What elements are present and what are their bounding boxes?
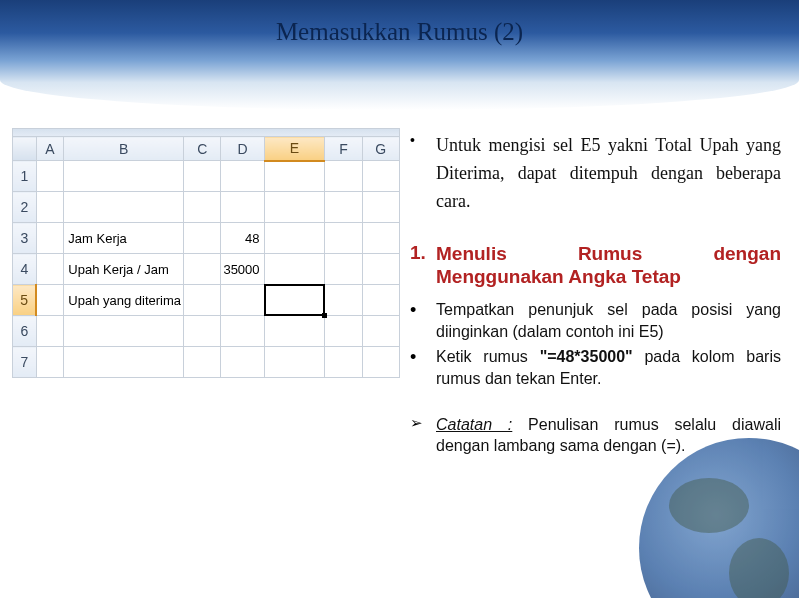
row-header-3[interactable]: 3	[13, 223, 37, 254]
cell-A6[interactable]	[36, 316, 64, 347]
row-header-6[interactable]: 6	[13, 316, 37, 347]
cell-C7[interactable]	[184, 347, 221, 378]
cell-E1[interactable]	[264, 161, 325, 192]
col-header-A[interactable]: A	[36, 137, 64, 161]
row-header-4[interactable]: 4	[13, 254, 37, 285]
cell-C5[interactable]	[184, 285, 221, 316]
col-header-D[interactable]: D	[221, 137, 264, 161]
step-2-a: Ketik rumus	[436, 348, 540, 365]
row-header-5[interactable]: 5	[13, 285, 37, 316]
cell-G6[interactable]	[362, 316, 399, 347]
cell-C4[interactable]	[184, 254, 221, 285]
select-all-corner[interactable]	[13, 137, 37, 161]
heading-line1: Menulis Rumus dengan	[436, 243, 781, 264]
row-header-2[interactable]: 2	[13, 192, 37, 223]
note-label: Catatan :	[436, 416, 512, 433]
cell-B5[interactable]: Upah yang diterima	[64, 285, 184, 316]
row-header-1[interactable]: 1	[13, 161, 37, 192]
cell-G7[interactable]	[362, 347, 399, 378]
step-2: • Ketik rumus "=48*35000" pada kolom bar…	[410, 346, 781, 389]
cell-E5-active[interactable]	[264, 285, 325, 316]
cell-F7[interactable]	[325, 347, 362, 378]
cell-G1[interactable]	[362, 161, 399, 192]
cell-E2[interactable]	[264, 192, 325, 223]
col-header-G[interactable]: G	[362, 137, 399, 161]
step-2-text: Ketik rumus "=48*35000" pada kolom baris…	[436, 346, 781, 389]
cell-E4[interactable]	[264, 254, 325, 285]
step-1: • Tempatkan penunjuk sel pada posisi yan…	[410, 299, 781, 342]
slide-background-wave	[0, 0, 799, 110]
col-header-C[interactable]: C	[184, 137, 221, 161]
heading-number: 1.	[410, 242, 436, 290]
cell-C6[interactable]	[184, 316, 221, 347]
cell-B2[interactable]	[64, 192, 184, 223]
cell-C2[interactable]	[184, 192, 221, 223]
cell-D4[interactable]: 35000	[221, 254, 264, 285]
method-heading: 1. Menulis Rumus dengan Menggunakan Angk…	[410, 242, 781, 290]
cell-F1[interactable]	[325, 161, 362, 192]
cell-B1[interactable]	[64, 161, 184, 192]
cell-E6[interactable]	[264, 316, 325, 347]
cell-F6[interactable]	[325, 316, 362, 347]
step-2-formula: "=48*35000"	[540, 348, 633, 365]
cell-E7[interactable]	[264, 347, 325, 378]
cell-A4[interactable]	[36, 254, 64, 285]
note-block: ➢ Catatan : Penulisan rumus selalu diawa…	[410, 414, 781, 457]
cell-A2[interactable]	[36, 192, 64, 223]
cell-D7[interactable]	[221, 347, 264, 378]
cell-A7[interactable]	[36, 347, 64, 378]
heading-text: Menulis Rumus dengan Menggunakan Angka T…	[436, 242, 781, 290]
cell-C1[interactable]	[184, 161, 221, 192]
col-header-B[interactable]: B	[64, 137, 184, 161]
note-text: Catatan : Penulisan rumus selalu diawali…	[436, 414, 781, 457]
cell-D2[interactable]	[221, 192, 264, 223]
cell-F4[interactable]	[325, 254, 362, 285]
row-header-7[interactable]: 7	[13, 347, 37, 378]
cell-E3[interactable]	[264, 223, 325, 254]
cell-D1[interactable]	[221, 161, 264, 192]
cell-F3[interactable]	[325, 223, 362, 254]
intro-block: • Untuk mengisi sel E5 yakni Total Upah …	[410, 132, 781, 216]
heading-line2: Menggunakan Angka Tetap	[436, 265, 781, 289]
intro-bullet: •	[410, 132, 436, 216]
col-header-F[interactable]: F	[325, 137, 362, 161]
cell-A1[interactable]	[36, 161, 64, 192]
cell-F2[interactable]	[325, 192, 362, 223]
note-arrow-icon: ➢	[410, 414, 436, 457]
cell-F5[interactable]	[325, 285, 362, 316]
step-2-bullet: •	[410, 346, 436, 389]
intro-text: Untuk mengisi sel E5 yakni Total Upah ya…	[436, 132, 781, 216]
cell-G4[interactable]	[362, 254, 399, 285]
cell-B4[interactable]: Upah Kerja / Jam	[64, 254, 184, 285]
cell-G3[interactable]	[362, 223, 399, 254]
cell-D3[interactable]: 48	[221, 223, 264, 254]
sheet-top-bar	[12, 128, 400, 136]
step-1-bullet: •	[410, 299, 436, 342]
globe-decoration	[639, 438, 799, 598]
cell-C3[interactable]	[184, 223, 221, 254]
slide-title: Memasukkan Rumus (2)	[0, 18, 799, 46]
spreadsheet-grid: A B C D E F G 1 2 3 Jam Kerja 48 4 Upah	[12, 136, 400, 378]
cell-D5[interactable]	[221, 285, 264, 316]
spreadsheet-screenshot: A B C D E F G 1 2 3 Jam Kerja 48 4 Upah	[12, 128, 400, 378]
cell-G5[interactable]	[362, 285, 399, 316]
cell-A5[interactable]	[36, 285, 64, 316]
step-1-text: Tempatkan penunjuk sel pada posisi yang …	[436, 299, 781, 342]
text-content: • Untuk mengisi sel E5 yakni Total Upah …	[410, 132, 781, 457]
col-header-E[interactable]: E	[264, 137, 325, 161]
cell-A3[interactable]	[36, 223, 64, 254]
cell-B3[interactable]: Jam Kerja	[64, 223, 184, 254]
cell-G2[interactable]	[362, 192, 399, 223]
cell-D6[interactable]	[221, 316, 264, 347]
cell-B7[interactable]	[64, 347, 184, 378]
cell-B6[interactable]	[64, 316, 184, 347]
